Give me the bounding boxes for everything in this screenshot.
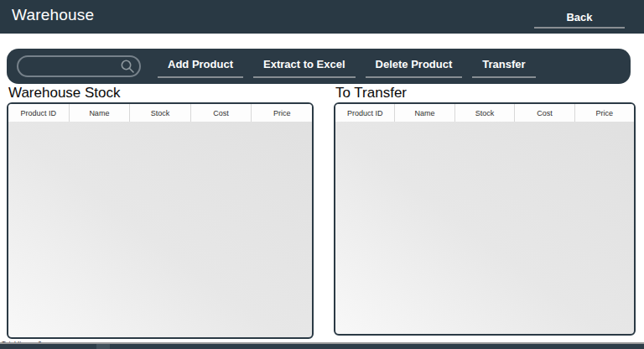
back-button-underline	[534, 27, 625, 29]
page-title: Warehouse	[12, 6, 94, 24]
column-header-stock[interactable]: Stock	[130, 104, 191, 122]
search-box	[17, 55, 141, 77]
column-header-product-id[interactable]: Product ID	[335, 104, 395, 122]
transfer-button[interactable]: Transfer	[472, 55, 535, 78]
toolbar: Add Product Extract to Excel Delete Prod…	[7, 49, 631, 84]
column-header-name[interactable]: Name	[395, 104, 454, 122]
add-product-button[interactable]: Add Product	[158, 55, 243, 78]
column-header-cost[interactable]: Cost	[191, 104, 252, 122]
column-header-product-id[interactable]: Product ID	[8, 104, 70, 122]
to-transfer-table-body[interactable]	[335, 122, 634, 334]
column-header-price[interactable]: Price	[575, 104, 634, 122]
warehouse-stock-title: Warehouse Stock	[8, 85, 121, 102]
background-window-edge	[0, 344, 644, 349]
column-header-stock[interactable]: Stock	[455, 104, 515, 122]
warehouse-stock-table: Product ID Name Stock Cost Price	[7, 102, 314, 339]
column-header-price[interactable]: Price	[252, 104, 312, 122]
to-transfer-table-header: Product ID Name Stock Cost Price	[335, 104, 634, 122]
to-transfer-table: Product ID Name Stock Cost Price	[334, 102, 636, 336]
column-header-cost[interactable]: Cost	[515, 104, 574, 122]
to-transfer-title: To Transfer	[335, 85, 407, 102]
warehouse-stock-table-header: Product ID Name Stock Cost Price	[8, 104, 312, 122]
back-button[interactable]: Back	[534, 4, 625, 29]
search-input[interactable]	[17, 55, 141, 77]
background-window-notch	[96, 344, 110, 349]
delete-product-button[interactable]: Delete Product	[366, 55, 463, 78]
warehouse-stock-table-body[interactable]	[8, 122, 312, 337]
column-header-name[interactable]: Name	[70, 104, 131, 122]
extract-to-excel-button[interactable]: Extract to Excel	[253, 55, 356, 78]
